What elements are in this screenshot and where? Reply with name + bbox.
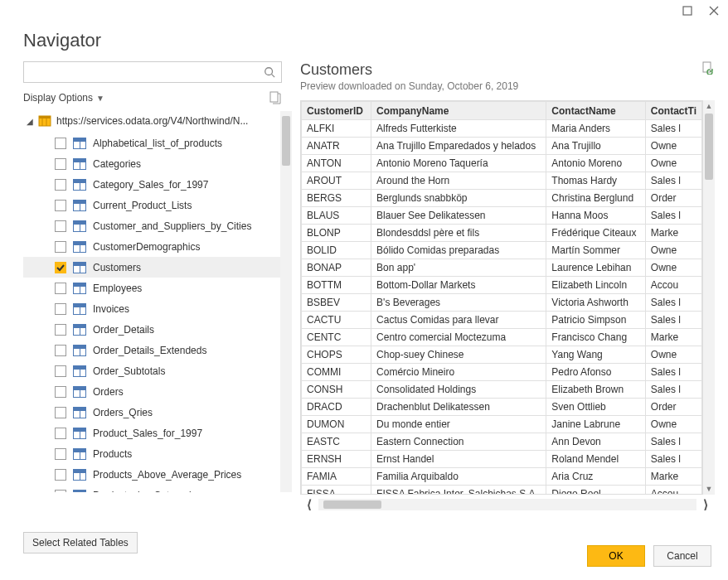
left-pane: Display Options ▼ ◢ https://services.oda… xyxy=(23,61,292,510)
tree-item-label: CustomerDemographics xyxy=(93,241,200,253)
maximize-button[interactable] xyxy=(680,3,695,18)
table-horizontal-scrollbar[interactable]: ⟨ ⟩ xyxy=(300,496,715,510)
table-cell: CENTC xyxy=(302,329,371,346)
table-cell: Janine Labrune xyxy=(546,416,646,433)
tree-item[interactable]: CustomerDemographics xyxy=(23,236,280,257)
table-row[interactable]: COMMIComércio MineiroPedro AfonsoSales l xyxy=(302,364,702,381)
tree-item[interactable]: Invoices xyxy=(23,298,280,319)
preview-refresh-icon[interactable] xyxy=(701,61,715,75)
checkbox[interactable] xyxy=(55,345,66,356)
preview-subtitle: Preview downloaded on Sunday, October 6,… xyxy=(300,80,518,92)
tree-item[interactable]: Product_Sales_for_1997 xyxy=(23,423,280,443)
table-row[interactable]: ALFKIAlfreds FutterkisteMaria AndersSale… xyxy=(302,120,702,138)
table-icon xyxy=(73,262,86,273)
checkbox[interactable] xyxy=(55,365,66,377)
table-row[interactable]: BONAPBon app'Laurence LebihanOwne xyxy=(302,259,702,277)
checkbox[interactable] xyxy=(55,469,66,481)
search-input[interactable] xyxy=(24,62,258,82)
table-row[interactable]: CHOPSChop-suey ChineseYang WangOwne xyxy=(302,346,702,364)
refresh-icon[interactable] xyxy=(269,91,282,104)
cancel-button[interactable]: Cancel xyxy=(653,545,711,567)
table-row[interactable]: CACTUCactus Comidas para llevarPatricio … xyxy=(302,312,702,329)
tree-item[interactable]: Current_Product_Lists xyxy=(23,195,280,215)
svg-rect-2 xyxy=(270,92,278,102)
tree-item[interactable]: Customers xyxy=(23,257,280,278)
checkbox[interactable] xyxy=(55,428,66,439)
table-row[interactable]: CENTCCentro comercial MoctezumaFrancisco… xyxy=(302,329,702,346)
checkbox[interactable] xyxy=(55,262,66,273)
checkbox[interactable] xyxy=(55,303,66,315)
table-row[interactable]: DUMONDu monde entierJanine LabruneOwne xyxy=(302,416,702,433)
table-cell: Marke xyxy=(645,329,701,346)
column-header[interactable]: CustomerID xyxy=(302,102,371,120)
table-row[interactable]: AROUTAround the HornThomas HardySales l xyxy=(302,172,702,190)
table-row[interactable]: BSBEVB's BeveragesVictoria AshworthSales… xyxy=(302,294,702,312)
tree-item[interactable]: Products xyxy=(23,443,280,464)
table-row[interactable]: BLONPBlondesddsl père et filsFrédérique … xyxy=(302,225,702,242)
tree-item[interactable]: Employees xyxy=(23,278,280,298)
tree-item[interactable]: Categories xyxy=(23,153,280,174)
tree-scrollbar[interactable] xyxy=(280,111,292,492)
tree-root[interactable]: ◢ https://services.odata.org/V4/Northwin… xyxy=(23,111,280,131)
table-row[interactable]: BERGSBerglunds snabbköpChristina Berglun… xyxy=(302,190,702,207)
column-header[interactable]: CompanyName xyxy=(371,102,546,120)
checkbox[interactable] xyxy=(55,241,66,253)
column-header[interactable]: ContactName xyxy=(546,102,646,120)
scrollbar-thumb[interactable] xyxy=(282,116,290,166)
table-row[interactable]: CONSHConsolidated HoldingsElizabeth Brow… xyxy=(302,381,702,399)
table-row[interactable]: BOLIDBólido Comidas preparadasMartín Som… xyxy=(302,242,702,259)
search-icon[interactable] xyxy=(258,62,281,82)
select-related-tables-button[interactable]: Select Related Tables xyxy=(23,532,138,553)
checkbox[interactable] xyxy=(55,220,66,232)
checkbox[interactable] xyxy=(55,179,66,191)
table-cell: FISSA xyxy=(302,486,371,495)
table-row[interactable]: FAMIAFamilia ArquibaldoAria CruzMarke xyxy=(302,468,702,486)
table-row[interactable]: FISSAFISSA Fabrica Inter. Salchichas S.A… xyxy=(302,486,702,495)
tree-item[interactable]: Orders_Qries xyxy=(23,402,280,423)
display-options-dropdown[interactable]: Display Options ▼ xyxy=(23,92,104,104)
tree-item[interactable]: Products_by_Categories xyxy=(23,485,280,492)
scroll-left-icon[interactable]: ⟨ xyxy=(300,496,318,510)
checkbox[interactable] xyxy=(55,386,66,398)
checkbox[interactable] xyxy=(55,200,66,211)
table-row[interactable]: ANTONAntonio Moreno TaqueríaAntonio More… xyxy=(302,155,702,172)
table-row[interactable]: ERNSHErnst HandelRoland MendelSales l xyxy=(302,451,702,468)
checkbox[interactable] xyxy=(55,283,66,294)
close-button[interactable] xyxy=(706,3,721,18)
table-cell: CACTU xyxy=(302,312,371,329)
scrollbar-thumb[interactable] xyxy=(323,500,381,509)
tree-item[interactable]: Order_Subtotals xyxy=(23,360,280,381)
scroll-down-icon[interactable]: ▼ xyxy=(703,483,715,495)
table-cell: EASTC xyxy=(302,433,371,451)
tree-item[interactable]: Customer_and_Suppliers_by_Cities xyxy=(23,215,280,236)
table-cell: Sales l xyxy=(645,294,701,312)
checkbox[interactable] xyxy=(55,158,66,170)
table-cell: Aria Cruz xyxy=(546,468,646,486)
tree-item[interactable]: Order_Details_Extendeds xyxy=(23,340,280,360)
table-row[interactable]: ANATRAna Trujillo Emparedados y heladosA… xyxy=(302,138,702,155)
scroll-right-icon[interactable]: ⟩ xyxy=(696,496,715,510)
checkbox[interactable] xyxy=(55,138,66,149)
table-row[interactable]: BOTTMBottom-Dollar MarketsElizabeth Linc… xyxy=(302,277,702,294)
tree-item-label: Order_Subtotals xyxy=(93,365,165,377)
checkbox[interactable] xyxy=(55,490,66,493)
checkbox[interactable] xyxy=(55,324,66,336)
ok-button[interactable]: OK xyxy=(587,545,645,567)
scrollbar-thumb[interactable] xyxy=(705,114,713,180)
column-header[interactable]: ContactTi xyxy=(645,102,701,120)
table-row[interactable]: EASTCEastern ConnectionAnn DevonSales l xyxy=(302,433,702,451)
table-row[interactable]: DRACDDrachenblut DelikatessenSven Ottlie… xyxy=(302,399,702,416)
tree-item[interactable]: Orders xyxy=(23,381,280,402)
checkbox[interactable] xyxy=(55,448,66,460)
tree-item[interactable]: Order_Details xyxy=(23,319,280,340)
table-cell: Chop-suey Chinese xyxy=(371,346,546,364)
checkbox[interactable] xyxy=(55,407,66,418)
table-vertical-scrollbar[interactable]: ▲ ▼ xyxy=(703,100,715,495)
tree-item[interactable]: Alphabetical_list_of_products xyxy=(23,133,280,153)
table-cell: BONAP xyxy=(302,259,371,277)
tree-item[interactable]: Category_Sales_for_1997 xyxy=(23,174,280,195)
tree-item[interactable]: Products_Above_Average_Prices xyxy=(23,464,280,485)
collapse-icon[interactable]: ◢ xyxy=(27,117,33,126)
scroll-up-icon[interactable]: ▲ xyxy=(703,100,715,112)
table-row[interactable]: BLAUSBlauer See DelikatessenHanna MoosSa… xyxy=(302,207,702,225)
